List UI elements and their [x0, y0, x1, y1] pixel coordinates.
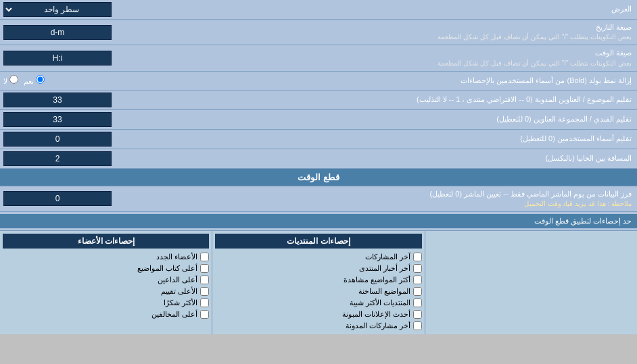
list-item: أعلى الداعين [3, 274, 209, 286]
stats-limit-row: حد إحصاءات لتطبيق قطع الوقت [0, 212, 637, 231]
member-stat-checkbox-2[interactable] [200, 276, 209, 284]
cutoff-label: فرز البيانات من يوم الماشر الماضي فقط --… [135, 186, 637, 211]
bold-no-radio[interactable] [9, 75, 18, 84]
date-format-row: صيغة التاريخ بعض التكوينات يتطلب "/" الت… [0, 20, 637, 45]
date-format-input-area [0, 23, 135, 42]
bold-no-label[interactable]: لا [3, 75, 18, 86]
bold-yes-label[interactable]: نعم [24, 75, 45, 86]
bold-row: إزالة نمط بولد (Bold) من أسماء المستخدمي… [0, 72, 637, 90]
forum-subject-input-area [0, 90, 135, 109]
forum-stats-col: إحصاءات المنتديات آخر المشاركات أخر أخبا… [212, 231, 425, 334]
forum-group-input-area [0, 110, 135, 129]
member-stat-checkbox-0[interactable] [200, 253, 209, 261]
list-item: المنتديات الأكثر شبية [215, 297, 421, 309]
list-item: أخر أخبار المنتدى [215, 263, 421, 274]
forum-subject-input[interactable] [3, 93, 112, 107]
column-gap-input-area [0, 149, 135, 168]
date-format-label: صيغة التاريخ بعض التكوينات يتطلب "/" الت… [135, 20, 637, 45]
member-stats-header: إحصاءات الأعضاء [3, 234, 209, 249]
user-names-row: تقليم أسماء المستخدمين (0 للتعطيل) [0, 130, 637, 149]
member-stats-col: إحصاءات الأعضاء الأعضاء الجدد أعلى كتاب … [0, 231, 212, 334]
user-names-input-area [0, 130, 135, 149]
display-label: العرض [135, 1, 637, 17]
column-gap-input[interactable] [3, 151, 112, 166]
bold-radio-area: نعم لا [0, 73, 135, 88]
cutoff-input-area [0, 189, 135, 208]
user-names-label: تقليم أسماء المستخدمين (0 للتعطيل) [135, 131, 637, 147]
member-stat-checkbox-1[interactable] [200, 264, 209, 273]
display-input-area: سطر واحد [0, 0, 135, 19]
forum-stats-items: آخر المشاركات أخر أخبار المنتدى أكثر الم… [215, 251, 421, 332]
stats-bottom-section: إحصاءات المنتديات آخر المشاركات أخر أخبا… [0, 231, 637, 334]
time-format-input-area [0, 49, 135, 68]
time-format-input[interactable] [3, 51, 112, 66]
member-stats-items: الأعضاء الجدد أعلى كتاب المواضيع أعلى ال… [3, 251, 209, 320]
user-names-input[interactable] [3, 132, 112, 147]
post-stat-checkbox-3[interactable] [413, 287, 422, 296]
cutoff-row: فرز البيانات من يوم الماشر الماضي فقط --… [0, 186, 637, 212]
main-container: العرض سطر واحد صيغة التاريخ بعض التكوينا… [0, 0, 637, 334]
stats-right-col [425, 231, 637, 334]
post-stat-checkbox-1[interactable] [413, 264, 422, 273]
post-stat-checkbox-4[interactable] [413, 298, 422, 307]
stats-limit-label: حد إحصاءات لتطبيق قطع الوقت [0, 214, 637, 228]
post-stat-checkbox-5[interactable] [413, 310, 422, 319]
list-item: الأكثر شكرًا [3, 297, 209, 309]
list-item: آخر المشاركات [215, 251, 421, 263]
forum-subject-label: تقليم الموضوع / العناوين المدونة (0 -- ا… [135, 92, 637, 107]
member-stat-checkbox-3[interactable] [200, 287, 209, 296]
list-item: أعلى المخالفين [3, 309, 209, 320]
forum-group-label: تقليم الفندي / المجموعة العناوين (0 للتع… [135, 111, 637, 127]
bold-yes-radio[interactable] [36, 75, 45, 84]
member-stat-checkbox-4[interactable] [200, 298, 209, 307]
list-item: أحدث الإعلانات المبونة [215, 309, 421, 320]
list-item: الأعضاء الجدد [3, 251, 209, 263]
time-format-row: صيغة الوقت بعض التكوينات يتطلب "/" التي … [0, 45, 637, 71]
post-stat-checkbox-0[interactable] [413, 253, 422, 261]
single-line-select[interactable]: سطر واحد [3, 2, 112, 17]
date-format-input[interactable] [3, 25, 112, 40]
time-format-label: صيغة الوقت بعض التكوينات يتطلب "/" التي … [135, 45, 637, 70]
cutoff-section-header: قطع الوقت [0, 169, 637, 186]
list-item: الأعلى تقييم [3, 286, 209, 297]
forum-group-row: تقليم الفندي / المجموعة العناوين (0 للتع… [0, 110, 637, 130]
forum-stats-header: إحصاءات المنتديات [215, 234, 421, 249]
list-item: أخر مشاركات المدونة [215, 320, 421, 332]
bold-radio-group: نعم لا [3, 75, 45, 86]
bold-label: إزالة نمط بولد (Bold) من أسماء المستخدمي… [135, 73, 637, 88]
member-stat-checkbox-5[interactable] [200, 310, 209, 319]
cutoff-input[interactable] [3, 191, 112, 206]
display-row: العرض سطر واحد [0, 0, 637, 20]
column-gap-row: المسافة بين الخانيا (بالبكسل) [0, 149, 637, 169]
list-item: أعلى كتاب المواضيع [3, 263, 209, 274]
forum-group-input[interactable] [3, 112, 112, 127]
list-item: المواضيع الساخنة [215, 286, 421, 297]
list-item: أكثر المواضيع مشاهدة [215, 274, 421, 286]
column-gap-label: المسافة بين الخانيا (بالبكسل) [135, 151, 637, 166]
forum-subject-row: تقليم الموضوع / العناوين المدونة (0 -- ا… [0, 90, 637, 110]
post-stat-checkbox-2[interactable] [413, 276, 422, 284]
post-stat-checkbox-6[interactable] [413, 321, 422, 330]
